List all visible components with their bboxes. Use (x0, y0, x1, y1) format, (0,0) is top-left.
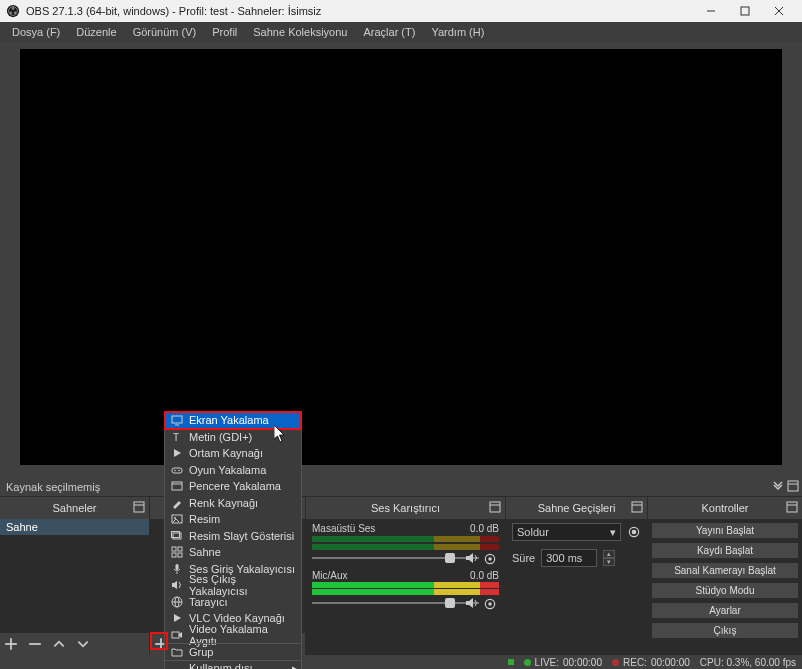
menu-scene-collection[interactable]: Sahne Koleksiyonu (245, 24, 355, 40)
svg-rect-26 (632, 502, 642, 512)
svg-rect-46 (178, 547, 182, 551)
dock-mixer: Ses Karıştırıcı Masaüstü Ses0.0 dB Mic/A… (306, 497, 506, 655)
ctx-item-video-yakalama-ayg-t-[interactable]: Video Yakalama Aygıtı (165, 627, 301, 644)
image-icon (171, 513, 183, 525)
svg-rect-39 (172, 482, 182, 490)
maximize-button[interactable] (728, 0, 762, 22)
gear-icon[interactable] (627, 525, 641, 539)
move-scene-up-button[interactable] (52, 637, 66, 651)
menu-profile[interactable]: Profil (204, 24, 245, 40)
settings-button[interactable]: Ayarlar (651, 602, 799, 619)
monitor-icon (171, 414, 183, 426)
duration-label: Süre (512, 552, 535, 564)
svg-point-2 (12, 7, 15, 10)
duration-spinner[interactable]: ▴▾ (603, 550, 615, 566)
play-icon (171, 447, 183, 459)
remove-scene-button[interactable] (28, 637, 42, 651)
exit-button[interactable]: Çıkış (651, 622, 799, 639)
preview-canvas[interactable] (20, 49, 782, 465)
start-stream-button[interactable]: Yayını Başlat (651, 522, 799, 539)
transition-select[interactable]: Soldur ▾ (512, 523, 621, 541)
studio-mode-button[interactable]: Stüdyo Modu (651, 582, 799, 599)
collapse-icon[interactable] (787, 480, 799, 494)
ctx-item-label: Tarayıcı (189, 596, 228, 608)
ctx-item-ekran-yakalama[interactable]: Ekran Yakalama (165, 412, 301, 429)
ctx-item-resim-slayt-g-sterisi[interactable]: Resim Slayt Gösterisi (165, 528, 301, 545)
live-time: 00:00:00 (563, 657, 602, 668)
mixer-channel-mic: Mic/Aux0.0 dB (306, 566, 505, 611)
camera-icon (171, 629, 183, 641)
ctx-item-oyun-yakalama[interactable]: Oyun Yakalama (165, 462, 301, 479)
menu-help[interactable]: Yardım (H) (423, 24, 492, 40)
audio-meter (312, 582, 499, 588)
scene-icon (171, 546, 183, 558)
move-scene-down-button[interactable] (76, 637, 90, 651)
rec-label: REC: (623, 657, 647, 668)
ctx-item-ortam-kayna-[interactable]: Ortam Kaynağı (165, 445, 301, 462)
volume-slider[interactable] (312, 552, 499, 564)
window-title: OBS 27.1.3 (64-bit, windows) - Profil: t… (26, 5, 694, 17)
svg-marker-35 (174, 449, 181, 457)
collapse-icon[interactable] (785, 500, 799, 514)
ctx-item-pencere-yakalama[interactable]: Pencere Yakalama (165, 478, 301, 495)
window-icon (171, 480, 183, 492)
scenes-list[interactable]: Sahne (0, 519, 149, 633)
ctx-item-ses-k-yakalay-c-s-[interactable]: Ses Çıkış Yakalayıcısı (165, 577, 301, 594)
ctx-item-label: Pencere Yakalama (189, 480, 281, 492)
collapse-icon[interactable] (488, 500, 502, 514)
svg-rect-18 (490, 502, 500, 512)
duration-input[interactable]: 300 ms (541, 549, 597, 567)
menu-tools[interactable]: Araçlar (T) (355, 24, 423, 40)
svg-rect-6 (741, 7, 749, 15)
ctx-item-resim[interactable]: Resim (165, 511, 301, 528)
ctx-item-kullan-m-d-[interactable]: Kullanım dışı▸ (165, 660, 301, 670)
ctx-item-taray-c-[interactable]: Tarayıcı (165, 594, 301, 611)
svg-point-22 (488, 557, 492, 561)
undock-icon[interactable] (772, 480, 784, 494)
volume-slider[interactable] (312, 597, 499, 609)
svg-point-37 (174, 469, 176, 471)
svg-rect-32 (172, 416, 182, 423)
start-record-button[interactable]: Kaydı Başlat (651, 542, 799, 559)
mixer-ch2-db: 0.0 dB (470, 570, 499, 581)
live-indicator-icon (524, 659, 531, 666)
ctx-item-sahne[interactable]: Sahne (165, 544, 301, 561)
obs-logo-icon (6, 4, 20, 18)
svg-marker-23 (466, 598, 473, 608)
ctx-item-label: Oyun Yakalama (189, 464, 266, 476)
mic-icon (171, 563, 183, 575)
globe-icon (171, 596, 183, 608)
minimize-button[interactable] (694, 0, 728, 22)
audio-meter (312, 589, 499, 595)
add-source-context-menu[interactable]: Ekran YakalamaTMetin (GDI+)Ortam Kaynağı… (164, 411, 302, 669)
menu-file[interactable]: Dosya (F) (4, 24, 68, 40)
slideshow-icon (171, 530, 183, 542)
collapse-icon[interactable] (630, 500, 644, 514)
ctx-item-label: Renk Kaynağı (189, 497, 258, 509)
svg-point-4 (14, 11, 17, 14)
no-source-selected-panel: Kaynak seçilmemiş (0, 477, 802, 497)
ctx-item-metin-gdi-[interactable]: TMetin (GDI+) (165, 429, 301, 446)
svg-rect-45 (172, 547, 176, 551)
svg-text:T: T (173, 432, 179, 443)
blank-icon (171, 662, 183, 669)
collapse-icon[interactable] (132, 500, 146, 514)
gear-icon[interactable] (483, 552, 497, 564)
scene-item[interactable]: Sahne (0, 519, 149, 535)
mixer-body: Masaüstü Ses0.0 dB Mic/Aux0.0 dB (306, 519, 505, 655)
close-button[interactable] (762, 0, 796, 22)
folder-icon (171, 646, 183, 658)
add-scene-button[interactable] (4, 637, 18, 651)
mute-icon[interactable] (465, 597, 479, 609)
svg-point-3 (10, 11, 13, 14)
dock-transitions: Sahne Geçişleri Soldur ▾ Süre 300 ms ▴▾ (506, 497, 648, 655)
gear-icon[interactable] (483, 597, 497, 609)
window-buttons (694, 0, 796, 22)
start-vcam-button[interactable]: Sanal Kamerayı Başlat (651, 562, 799, 579)
menu-view[interactable]: Görünüm (V) (125, 24, 205, 40)
ctx-item-grup[interactable]: Grup (165, 643, 301, 660)
menu-edit[interactable]: Düzenle (68, 24, 124, 40)
cpu-fps: CPU: 0.3%, 60.00 fps (700, 657, 796, 668)
mute-icon[interactable] (465, 552, 479, 564)
ctx-item-renk-kayna-[interactable]: Renk Kaynağı (165, 495, 301, 512)
